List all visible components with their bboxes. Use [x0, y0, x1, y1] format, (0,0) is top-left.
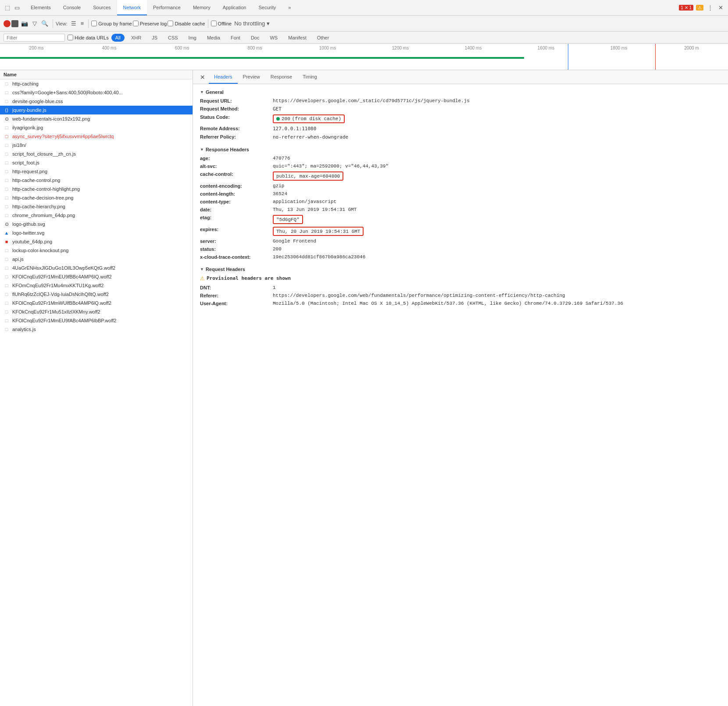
file-item-http-cache-hierarchy[interactable]: □ http-cache-hierarchy.png [0, 202, 193, 211]
file-item-woff2-7[interactable]: □ KFOlCnqEu92Fr1MmEU9fABc4AMP6lbBP.woff2 [0, 316, 193, 325]
file-item-woff2-3[interactable]: □ KFOmCnqEu92Fr1Mu4mxKKTU1Kg.woff2 [0, 281, 193, 290]
tab-application[interactable]: Application [217, 0, 253, 15]
doc-icon: □ [4, 256, 10, 262]
file-item-woff2-4[interactable]: □ flUhRq6tzZclQEJ-Vdg-IuiaDsNclhQ8tQ.wof… [0, 290, 193, 299]
tab-performance[interactable]: Performance [147, 0, 187, 15]
img-icon: □ [4, 212, 10, 218]
tab-console[interactable]: Console [57, 0, 87, 15]
request-url-value: https://developers.google.com/_static/cd… [273, 98, 470, 103]
file-item-async-survey[interactable]: □ async_survey?site=ylj5ifxusvvmr4pp6ae5… [0, 132, 193, 141]
file-item-http-cache-decision[interactable]: □ http-cache-decision-tree.png [0, 193, 193, 202]
timeline-label-5: 1200 ms [364, 46, 437, 50]
filter-icon[interactable]: ▽ [31, 18, 39, 29]
hide-data-urls-checkbox[interactable] [68, 35, 73, 40]
more-options-icon[interactable]: ⋮ [706, 3, 714, 12]
file-item-jquery[interactable]: ⟨⟩ jquery-bundle.js [0, 106, 193, 114]
tab-more[interactable]: » [282, 0, 297, 15]
tab-memory[interactable]: Memory [187, 0, 217, 15]
file-item-analytics[interactable]: □ analytics.js [0, 325, 193, 334]
camera-icon[interactable]: 📷 [19, 18, 30, 29]
file-item-script-foot-closure[interactable]: □ script_foot_closure__zh_cn.js [0, 150, 193, 158]
file-item-script-foot[interactable]: □ script_foot.js [0, 158, 193, 167]
stop-button[interactable] [11, 20, 18, 27]
file-item-lockup-color[interactable]: □ lockup-color-knockout.png [0, 246, 193, 255]
search-icon[interactable]: 🔍 [39, 18, 50, 29]
img-red-icon: ■ [4, 239, 10, 245]
hide-data-urls-label[interactable]: Hide data URLs [68, 35, 109, 40]
resp-etag-label: etag: [200, 215, 270, 220]
provisional-headers-text: Provisional headers are shown [207, 275, 291, 281]
view-list-icon[interactable]: ☰ [69, 18, 78, 29]
view-waterfall-icon[interactable]: ≡ [79, 18, 86, 29]
filter-all[interactable]: All [111, 34, 125, 42]
file-item-http-cache-control[interactable]: □ http-cache-control.png [0, 176, 193, 185]
file-item-http-cache-control-hl[interactable]: □ http-cache-control-highlight.png [0, 185, 193, 193]
close-icon[interactable]: ✕ [717, 3, 724, 12]
disable-cache-label[interactable]: Disable cache [168, 21, 205, 26]
file-item-woff2-6[interactable]: □ KFOkCnqEu92Fr1Mu51xIlzlXKMny.woff2 [0, 307, 193, 316]
timeline-label-8: 1800 ms [582, 46, 655, 50]
filter-img[interactable]: Img [185, 34, 200, 42]
filter-xhr[interactable]: XHR [127, 34, 145, 42]
doc-icon: □ [4, 142, 10, 148]
details-tab-headers[interactable]: Headers [209, 70, 238, 84]
filter-manifest[interactable]: Manifest [284, 34, 310, 42]
preserve-log-checkbox[interactable] [133, 21, 139, 26]
details-close-button[interactable]: ✕ [196, 70, 209, 84]
resp-date-row: date: Thu, 13 Jun 2019 19:54:31 GMT [200, 207, 721, 212]
request-method-value: GET [273, 106, 282, 112]
file-item-youtube[interactable]: ■ youtube_64dp.png [0, 237, 193, 246]
filter-font[interactable]: Font [227, 34, 244, 42]
tab-elements[interactable]: Elements [25, 0, 57, 15]
file-item-http-caching[interactable]: □ http-caching [0, 79, 193, 88]
filter-input[interactable] [4, 34, 65, 42]
file-item-logo-github[interactable]: ⊙ logo-github.svg [0, 220, 193, 228]
details-tab-response[interactable]: Response [265, 70, 298, 84]
file-item-woff2-5[interactable]: □ KFOlCnqEu92Fr1MmWUlfBBc4AMP6lQ.woff2 [0, 299, 193, 307]
filter-css[interactable]: CSS [164, 34, 182, 42]
preserve-log-label[interactable]: Preserve log [133, 21, 167, 26]
throttle-dropdown[interactable]: No throttling ▾ [232, 18, 271, 29]
tab-sources[interactable]: Sources [87, 0, 117, 15]
resp-status-value: 200 [273, 246, 282, 252]
filter-other[interactable]: Other [313, 34, 333, 42]
request-headers-section: Request Headers ⚠ Provisional headers ar… [200, 267, 721, 306]
req-referer-row: Referer: https://developers.google.com/w… [200, 293, 721, 298]
disable-cache-checkbox[interactable] [168, 21, 173, 26]
req-useragent-row: User-Agent: Mozilla/5.0 (Macintosh; Inte… [200, 301, 721, 306]
filter-js[interactable]: JS [148, 34, 161, 42]
req-referer-value: https://developers.google.com/web/fundam… [273, 293, 565, 298]
details-tab-timing[interactable]: Timing [297, 70, 322, 84]
offline-label[interactable]: Offline [211, 21, 232, 26]
file-item-devsite-css[interactable]: □ devsite-google-blue.css [0, 97, 193, 106]
req-referer-label: Referer: [200, 293, 270, 298]
file-item-chrome-chromium[interactable]: □ chrome_chromium_64dp.png [0, 211, 193, 220]
file-item-jsi18n[interactable]: □ jsi18n/ [0, 141, 193, 150]
group-by-frame-label[interactable]: Group by frame [91, 21, 132, 26]
tab-network[interactable]: Network [117, 0, 147, 15]
file-item-logo-twitter[interactable]: ▲ logo-twitter.svg [0, 228, 193, 237]
offline-checkbox[interactable] [211, 21, 217, 26]
filter-ws[interactable]: WS [266, 34, 282, 42]
file-item-api-js[interactable]: □ api.js [0, 255, 193, 264]
filter-media[interactable]: Media [203, 34, 224, 42]
file-item-ilyagrigorik[interactable]: □ ilyagrigorik.jpg [0, 123, 193, 132]
resp-content-length-value: 36524 [273, 191, 287, 196]
file-item-http-request-png[interactable]: □ http-request.png [0, 167, 193, 176]
font-icon: □ [4, 291, 10, 297]
details-tab-preview[interactable]: Preview [238, 70, 265, 84]
file-item-woff2-2[interactable]: □ KFOlCnqEu92Fr1MmEU9fBBc4AMP6lQ.woff2 [0, 272, 193, 281]
inspect-icon[interactable]: ⬚ [4, 3, 11, 12]
file-item-woff2-1[interactable]: □ 4UaGrENHsxJlGDuGo1OllL3Owp5eKQtG.woff2 [0, 264, 193, 272]
device-icon[interactable]: ▭ [13, 3, 21, 12]
tab-security[interactable]: Security [252, 0, 282, 15]
file-item-webfund-icon[interactable]: ⊙ web-fundamentals-icon192x192.png [0, 114, 193, 123]
filter-doc[interactable]: Doc [247, 34, 264, 42]
devtools-icons: ⬚ ▭ [0, 0, 25, 15]
file-item-css-font[interactable]: □ css?family=Google+Sans:400,500|Roboto:… [0, 88, 193, 97]
status-code-row: Status Code: 200 (from disk cache) [200, 114, 721, 123]
resp-x-cloud-value: 19ec253064dd81cf867b0a986ca23046 [273, 254, 365, 260]
group-by-frame-checkbox[interactable] [91, 21, 97, 26]
font-icon: □ [4, 282, 10, 289]
record-button[interactable] [4, 20, 11, 27]
